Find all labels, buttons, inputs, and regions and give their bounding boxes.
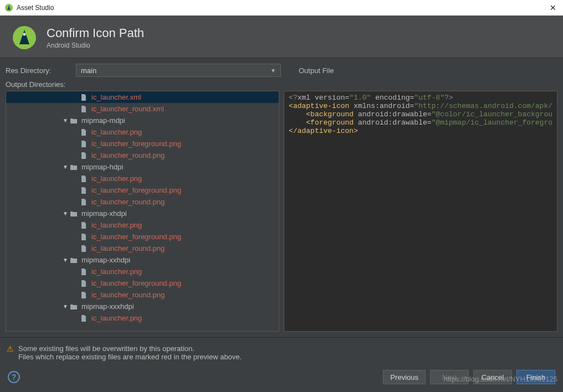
titlebar: Asset Studio ✕: [0, 0, 563, 16]
file-icon: [79, 105, 88, 114]
folder-icon: [69, 116, 78, 125]
tree-folder[interactable]: ▼mipmap-xxxhdpi: [6, 301, 279, 312]
folder-icon: [69, 256, 78, 265]
tree-folder[interactable]: ▼mipmap-xxhdpi: [6, 254, 279, 266]
folder-icon: [69, 302, 78, 311]
file-icon: [79, 233, 88, 241]
tree-file[interactable]: ic_launcher.png: [6, 126, 279, 138]
output-file-code[interactable]: <?xml version="1.0" encoding="utf-8"?><a…: [284, 91, 557, 332]
tree-folder[interactable]: ▼mipmap-hdpi: [6, 161, 279, 173]
tree-item-label: mipmap-xxhdpi: [81, 256, 130, 264]
button-bar: ? Previous Next Cancel Finish: [0, 365, 563, 392]
output-directories-tree[interactable]: ic_launcher.xmlic_launcher_round.xml▼mip…: [6, 91, 279, 332]
tree-file[interactable]: ic_launcher_foreground.png: [6, 231, 279, 243]
footer-msg-line2: Files which replace existing files are m…: [18, 353, 242, 361]
tree-item-label: ic_launcher.xml: [91, 93, 141, 101]
header: Confirm Icon Path Android Studio: [0, 16, 563, 58]
file-icon: [79, 279, 88, 288]
page-subtitle: Android Studio: [47, 42, 144, 49]
content: Output Directories: ic_launcher.xmlic_la…: [0, 80, 563, 337]
file-icon: [79, 151, 88, 160]
tree-item-label: ic_launcher_foreground.png: [91, 279, 181, 287]
file-icon: [79, 198, 88, 207]
android-studio-logo: [12, 25, 37, 50]
expand-arrow-icon[interactable]: ▼: [62, 164, 69, 170]
tree-file[interactable]: ic_launcher_round.png: [6, 289, 279, 301]
tree-item-label: mipmap-xhdpi: [81, 209, 127, 218]
tree-file[interactable]: ic_launcher.png: [6, 266, 279, 277]
folder-icon: [69, 163, 78, 172]
tree-file[interactable]: ic_launcher_round.png: [6, 149, 279, 161]
tree-item-label: ic_launcher.png: [91, 314, 142, 322]
tree-item-label: mipmap-mdpi: [81, 116, 125, 125]
tree-item-label: ic_launcher_round.png: [91, 151, 165, 159]
tree-file[interactable]: ic_launcher_round.xml: [6, 103, 279, 115]
output-file-label: Output File: [299, 66, 334, 75]
res-directory-label: Res Directory:: [6, 66, 69, 75]
file-icon: [79, 291, 88, 300]
expand-arrow-icon[interactable]: ▼: [62, 210, 69, 216]
folder-icon: [69, 209, 78, 218]
file-icon: [79, 128, 88, 137]
tree-item-label: mipmap-xxxhdpi: [81, 302, 134, 311]
help-button[interactable]: ?: [8, 371, 20, 383]
file-icon: [79, 314, 88, 323]
svg-point-2: [23, 33, 26, 36]
res-directory-select[interactable]: main ▼: [76, 64, 281, 77]
file-icon: [79, 267, 88, 276]
page-title: Confirm Icon Path: [47, 26, 144, 40]
next-button: Next: [430, 370, 469, 384]
footer-msg-line1: Some existing files will be overwritten …: [18, 344, 242, 353]
res-directory-value: main: [81, 66, 96, 75]
expand-arrow-icon[interactable]: ▼: [62, 257, 69, 263]
tree-file[interactable]: ic_launcher_foreground.png: [6, 277, 279, 289]
file-icon: [79, 140, 88, 148]
tree-folder[interactable]: ▼mipmap-xhdpi: [6, 208, 279, 219]
tree-item-label: ic_launcher_round.png: [91, 198, 165, 206]
tree-file[interactable]: ic_launcher.png: [6, 312, 279, 324]
tree-file[interactable]: ic_launcher_round.png: [6, 243, 279, 254]
cancel-button[interactable]: Cancel: [473, 370, 512, 384]
window-title: Asset Studio: [17, 4, 54, 12]
android-studio-icon: [4, 3, 13, 12]
file-icon: [79, 174, 88, 183]
tree-item-label: mipmap-hdpi: [81, 163, 123, 171]
tree-item-label: ic_launcher.png: [91, 221, 142, 229]
tree-item-label: ic_launcher_foreground.png: [91, 233, 181, 241]
chevron-down-icon: ▼: [270, 68, 276, 74]
tree-file[interactable]: ic_launcher.png: [6, 173, 279, 184]
tree-item-label: ic_launcher.png: [91, 128, 142, 136]
form-row: Res Directory: main ▼ Output File: [0, 58, 563, 80]
close-icon[interactable]: ✕: [547, 3, 559, 12]
tree-item-label: ic_launcher.png: [91, 174, 142, 183]
previous-button[interactable]: Previous: [383, 370, 426, 384]
file-icon: [79, 93, 88, 102]
file-icon: [79, 186, 88, 195]
tree-item-label: ic_launcher_round.png: [91, 291, 165, 299]
tree-file[interactable]: ic_launcher_foreground.png: [6, 184, 279, 196]
file-icon: [79, 244, 88, 253]
tree-item-label: ic_launcher_foreground.png: [91, 186, 181, 194]
warning-icon: ⚠: [7, 344, 14, 353]
footer-message: ⚠ Some existing files will be overwritte…: [0, 337, 563, 365]
tree-file[interactable]: ic_launcher_foreground.png: [6, 138, 279, 149]
tree-item-label: ic_launcher_round.xml: [91, 105, 164, 113]
tree-folder[interactable]: ▼mipmap-mdpi: [6, 115, 279, 126]
tree-item-label: ic_launcher_foreground.png: [91, 140, 181, 148]
output-directories-label: Output Directories:: [6, 80, 279, 89]
expand-arrow-icon[interactable]: ▼: [62, 303, 69, 310]
finish-button[interactable]: Finish: [516, 370, 555, 384]
tree-item-label: ic_launcher.png: [91, 267, 142, 276]
file-icon: [79, 221, 88, 230]
expand-arrow-icon[interactable]: ▼: [62, 117, 69, 123]
tree-file[interactable]: ic_launcher_round.png: [6, 196, 279, 208]
tree-item-label: ic_launcher_round.png: [91, 244, 165, 252]
tree-file[interactable]: ic_launcher.xml: [6, 91, 279, 103]
tree-file[interactable]: ic_launcher.png: [6, 219, 279, 231]
